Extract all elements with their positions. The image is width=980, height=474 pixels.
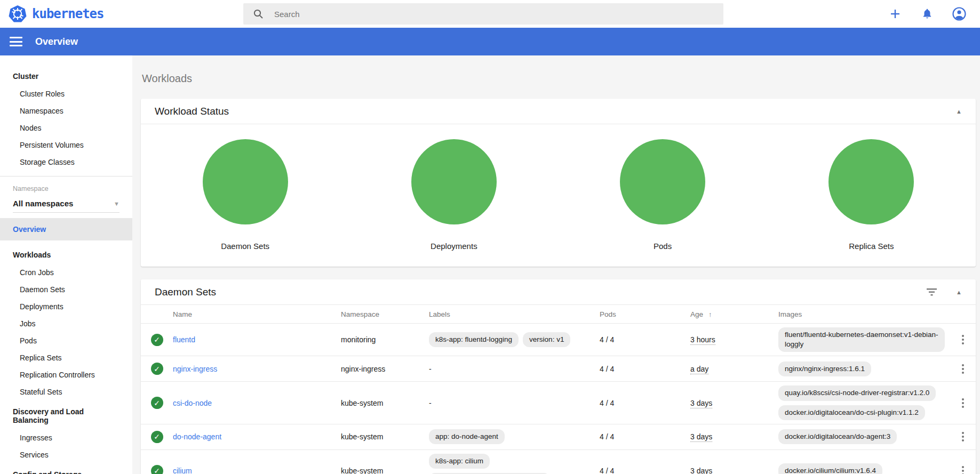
deployments-pie-chart: Deployments	[349, 139, 558, 256]
sidebar: Cluster Cluster Roles Namespaces Nodes P…	[0, 55, 132, 474]
sidebar-header-workloads: Workloads	[0, 246, 132, 264]
collapse-up-icon[interactable]: ▲	[956, 289, 962, 295]
row-menu-kebab-icon[interactable]	[950, 397, 976, 409]
pods-cell: 4 / 4	[600, 432, 690, 441]
sidebar-item-cluster-roles[interactable]: Cluster Roles	[0, 85, 132, 102]
row-menu-kebab-icon[interactable]	[950, 363, 976, 375]
status-ok-check-icon: ✓	[151, 334, 163, 346]
sidebar-item-overview[interactable]: Overview	[0, 218, 132, 240]
column-header-namespace[interactable]: Namespace	[341, 310, 429, 318]
table-row: ✓ csi-do-node kube-system - 4 / 4 3 days…	[141, 382, 976, 424]
age-cell: a day	[690, 365, 708, 374]
menu-hamburger-icon[interactable]	[10, 37, 22, 46]
row-menu-kebab-icon[interactable]	[950, 333, 976, 346]
images-cell: nginx/nginx-ingress:1.6.1	[778, 361, 950, 376]
daemon-sets-card: Daemon Sets ▲ Name Namespace Labels Pods…	[141, 279, 976, 474]
sidebar-item-daemon-sets[interactable]: Daemon Sets	[0, 281, 132, 298]
namespace-label: Namespace	[0, 181, 132, 194]
appbar-title: Overview	[35, 36, 78, 47]
status-ok-check-icon: ✓	[151, 465, 163, 474]
sidebar-item-namespaces[interactable]: Namespaces	[0, 102, 132, 119]
daemonset-link[interactable]: fluentd	[173, 335, 195, 344]
chip: fluent/fluentd-kubernetes-daemonset:v1-d…	[778, 327, 945, 352]
search-bar[interactable]	[243, 3, 723, 25]
status-ok-check-icon: ✓	[151, 363, 163, 375]
sidebar-item-replica-sets[interactable]: Replica Sets	[0, 349, 132, 366]
sidebar-header-config: Config and Storage	[0, 465, 132, 474]
column-header-name[interactable]: Name	[173, 310, 341, 318]
sidebar-item-storage-classes[interactable]: Storage Classes	[0, 154, 132, 171]
namespace-cell: nginx-ingress	[341, 365, 429, 373]
pods-pie-chart: Pods	[559, 139, 767, 256]
pods-cell: 4 / 4	[600, 467, 690, 474]
sidebar-item-services[interactable]: Services	[0, 446, 132, 463]
chip: nginx/nginx-ingress:1.6.1	[778, 361, 871, 376]
empty-value: -	[429, 365, 432, 373]
sidebar-divider	[0, 176, 132, 176]
images-cell: fluent/fluentd-kubernetes-daemonset:v1-d…	[778, 327, 950, 352]
sidebar-item-jobs[interactable]: Jobs	[0, 315, 132, 332]
labels-cell: k8s-app: fluentd-loggingversion: v1	[429, 332, 600, 347]
daemonset-link[interactable]: nginx-ingress	[173, 365, 217, 373]
pie-circle	[828, 139, 914, 224]
sidebar-item-cron-jobs[interactable]: Cron Jobs	[0, 264, 132, 281]
column-header-age[interactable]: Age↑	[690, 310, 778, 318]
labels-cell: app: do-node-agent	[429, 429, 600, 444]
row-menu-kebab-icon[interactable]	[950, 430, 976, 443]
chart-label: Pods	[654, 242, 672, 256]
replica-sets-pie-chart: Replica Sets	[767, 139, 976, 256]
sidebar-item-pods[interactable]: Pods	[0, 332, 132, 349]
chip: quay.io/k8scsi/csi-node-driver-registrar…	[778, 385, 936, 400]
header-actions	[888, 7, 971, 21]
collapse-up-icon[interactable]: ▲	[956, 108, 962, 115]
namespace-cell: monitoring	[341, 335, 429, 344]
search-input[interactable]	[274, 10, 680, 19]
pie-circle	[411, 139, 497, 224]
images-cell: docker.io/cilium/cilium:v1.6.4	[778, 463, 950, 474]
appbar: Overview	[0, 28, 980, 55]
chart-label: Deployments	[431, 242, 477, 256]
daemonset-link[interactable]: csi-do-node	[173, 399, 212, 407]
table-row: ✓ nginx-ingress nginx-ingress - 4 / 4 a …	[141, 356, 976, 382]
labels-cell: -	[429, 399, 600, 407]
table-row: ✓ fluentd monitoring k8s-app: fluentd-lo…	[141, 324, 976, 356]
sidebar-item-deployments[interactable]: Deployments	[0, 298, 132, 315]
table-row: ✓ do-node-agent kube-system app: do-node…	[141, 424, 976, 450]
create-plus-icon[interactable]	[888, 7, 902, 21]
daemonset-link[interactable]: cilium	[173, 467, 192, 474]
namespace-cell: kube-system	[341, 432, 429, 441]
status-ok-check-icon: ✓	[151, 431, 163, 443]
daemonset-link[interactable]: do-node-agent	[173, 432, 221, 441]
images-cell: quay.io/k8scsi/csi-node-driver-registrar…	[778, 385, 950, 420]
chart-label: Daemon Sets	[221, 242, 269, 256]
sidebar-item-nodes[interactable]: Nodes	[0, 119, 132, 136]
page-title: Workloads	[141, 55, 976, 99]
pie-circle	[203, 139, 288, 224]
column-header-images[interactable]: Images	[778, 310, 950, 318]
notifications-bell-icon[interactable]	[920, 7, 934, 21]
sidebar-header-discovery: Discovery and Load Balancing	[0, 403, 132, 429]
chip: k8s-app: cilium	[429, 454, 490, 469]
namespace-cell: kube-system	[341, 467, 429, 474]
sidebar-item-persistent-volumes[interactable]: Persistent Volumes	[0, 136, 132, 154]
daemon-sets-pie-chart: Daemon Sets	[141, 139, 349, 256]
sidebar-header-cluster: Cluster	[0, 67, 132, 85]
column-header-labels[interactable]: Labels	[429, 310, 600, 318]
kubernetes-logo-brand[interactable]: kubernetes	[9, 5, 243, 23]
search-icon	[253, 9, 264, 19]
row-menu-kebab-icon[interactable]	[950, 464, 976, 474]
chevron-down-icon: ▼	[114, 200, 119, 207]
sidebar-item-stateful-sets[interactable]: Stateful Sets	[0, 383, 132, 400]
account-user-icon[interactable]	[952, 7, 966, 21]
sidebar-item-replication-controllers[interactable]: Replication Controllers	[0, 366, 132, 383]
sidebar-item-ingresses[interactable]: Ingresses	[0, 429, 132, 446]
sort-ascending-icon: ↑	[708, 310, 712, 318]
filter-icon[interactable]	[927, 288, 937, 296]
top-header: kubernetes	[0, 0, 980, 28]
chip: docker.io/digitalocean/do-csi-plugin:v1.…	[778, 405, 925, 420]
chip: k8s-app: fluentd-logging	[429, 332, 519, 347]
namespace-selected-value: All namespaces	[13, 199, 73, 208]
namespace-select[interactable]: All namespaces ▼	[13, 196, 119, 213]
labels-cell: -	[429, 365, 600, 373]
column-header-pods[interactable]: Pods	[600, 310, 690, 318]
